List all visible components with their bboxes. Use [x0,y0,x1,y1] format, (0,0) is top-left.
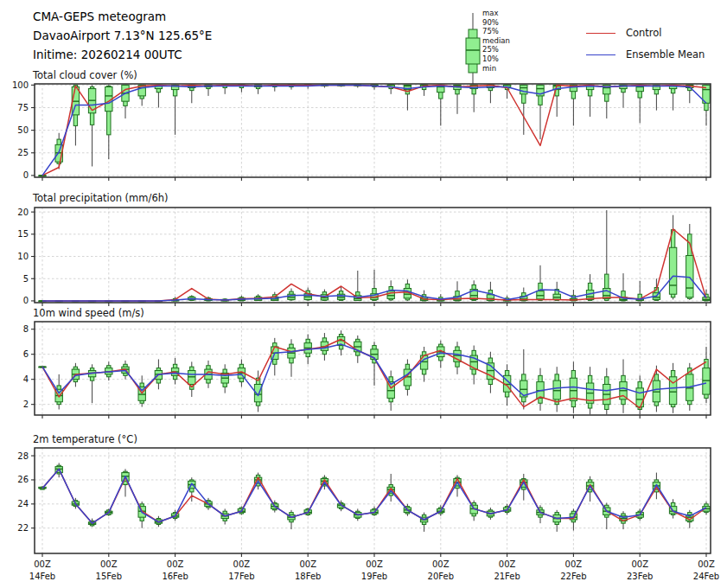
x-label-date: 17Feb [228,572,254,581]
x-label-hour: 00Z [299,559,316,569]
y-tick-label: 15 [17,229,29,239]
x-label-date: 21Feb [494,572,520,581]
box-25-75 [570,378,577,400]
wind-speed-panel: 2468 [23,322,711,419]
precipitation-panel: 05101520 [17,208,711,306]
y-tick-label: 28 [17,451,29,461]
x-label-hour: 00Z [233,559,251,569]
box-25-75 [653,380,660,402]
y-tick-label: 10 [17,252,29,261]
meteogram-page: CMA-GEPS meteogram DavaoAirport 7.13°N 1… [0,0,727,588]
x-label-date: 23Feb [627,572,653,581]
cloud-cover-panel: 0255075100 [12,80,711,181]
y-tick-label: 0 [23,170,29,180]
y-tick-label: 0 [23,296,29,305]
y-tick-label: 8 [23,324,29,334]
x-label-date: 18Feb [295,572,321,581]
temperature-panel: 22242628 [17,448,711,557]
x-label-date: 19Feb [361,572,387,581]
x-label-date: 22Feb [560,572,586,581]
box-25-75 [553,380,560,399]
box-25-75 [703,368,710,394]
box-25-75 [520,85,527,93]
x-label-hour: 00Z [698,559,715,569]
box-25-75 [636,388,643,407]
y-tick-label: 5 [23,274,29,284]
x-label-date: 20Feb [428,572,454,581]
x-label-hour: 00Z [565,559,583,569]
x-label-date: 15Feb [96,572,122,581]
y-tick-label: 22 [17,523,29,533]
x-label-hour: 00Z [100,559,118,569]
y-tick-label: 50 [17,125,29,135]
x-label-hour: 00Z [366,559,383,569]
y-tick-label: 4 [23,374,29,384]
wind-speed-boxes [39,330,710,414]
y-tick-label: 75 [17,103,29,112]
x-label-hour: 00Z [34,559,51,569]
box-25-75 [686,256,693,297]
x-axis-labels: 00Z14Feb00Z15Feb00Z16Feb00Z17Feb00Z18Feb… [29,559,719,581]
x-label-hour: 00Z [631,559,648,569]
x-label-date: 16Feb [162,572,188,581]
box-25-75 [669,247,676,294]
x-label-date: 14Feb [29,572,55,581]
meteogram-chart: 02550751000510152024682224262800Z14Feb00… [0,0,727,588]
y-tick-label: 25 [17,148,29,157]
y-tick-label: 2 [23,399,29,409]
y-tick-label: 20 [17,208,29,217]
box-25-75 [188,371,195,385]
y-tick-label: 24 [17,499,29,508]
y-tick-label: 6 [23,349,29,359]
y-tick-label: 100 [12,80,29,90]
y-tick-label: 26 [17,475,29,484]
x-label-date: 24Feb [693,572,719,581]
x-label-hour: 00Z [432,559,450,569]
x-label-hour: 00Z [499,559,516,569]
x-label-hour: 00Z [167,559,184,569]
